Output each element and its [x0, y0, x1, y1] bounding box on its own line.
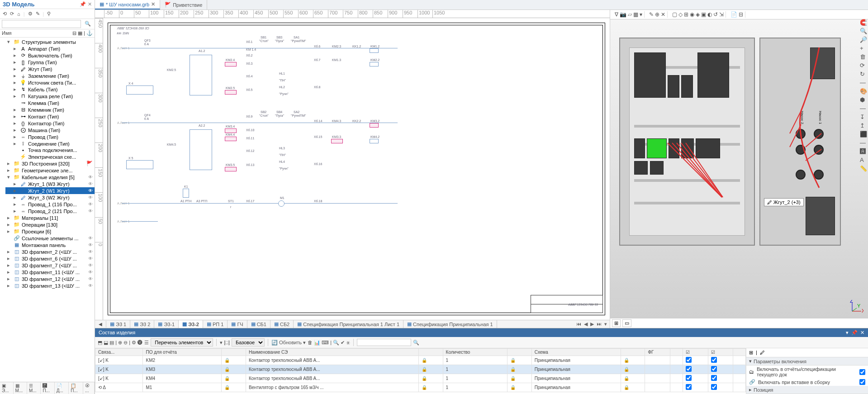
panel-control-icon[interactable]: ✕ [860, 330, 864, 336]
toolbar-button[interactable]: ⚙ [132, 340, 138, 345]
3d-side-button[interactable]: ⬢ [860, 96, 867, 103]
tree-twisty[interactable]: ▸ [7, 161, 12, 166]
tree-twisty[interactable]: ▸ [7, 222, 12, 228]
3d-side-button[interactable]: ⬛ [860, 131, 867, 138]
search-icon[interactable]: 🔍 [413, 340, 419, 346]
sheet-nav-button[interactable]: ◀ [583, 321, 588, 327]
panel-tab[interactable]: 🅿 П... [41, 382, 54, 394]
row-checkbox[interactable] [711, 366, 717, 372]
3d-side-button[interactable]: Α [860, 157, 867, 163]
3d-tool-button[interactable]: ∇ [615, 11, 618, 18]
sheet-tab[interactable]: ▦Спецификация Принципиальная 1 [403, 320, 497, 328]
visibility-icon[interactable]: 👁 [88, 242, 93, 247]
viewport-layout-button[interactable]: ⊞ [612, 319, 621, 327]
toolbar-button[interactable]: ▤ [109, 340, 115, 345]
column-header[interactable]: ФГ [645, 349, 670, 356]
tree-item[interactable]: ▸↯Кабель (Тип) [5, 86, 95, 93]
toolbar-button[interactable]: ⊖ [123, 340, 129, 345]
sheet-tab[interactable]: ▦Э3-1 [154, 320, 179, 328]
list-type-select[interactable]: Перечень элементов [151, 338, 213, 347]
3d-side-button[interactable]: — [860, 79, 867, 86]
toolbar-button[interactable]: ✎ [35, 10, 41, 18]
panel-control-icon[interactable]: 📌 [851, 330, 858, 336]
toolbar-button[interactable]: ⌨ [320, 340, 329, 345]
search-icon[interactable]: 🔍 [83, 20, 93, 28]
3d-side-button[interactable]: + [860, 45, 867, 52]
tree-item[interactable]: ▸[]Группа (Тип) [5, 59, 95, 66]
close-icon[interactable]: ✕ [88, 1, 92, 7]
panel-tab[interactable]: 📄 Д... [55, 382, 69, 394]
tree-item[interactable]: ▸⊓Катушка реле (Тип) [5, 93, 95, 100]
tree-twisty[interactable]: ▸ [14, 201, 18, 207]
3d-tool-button[interactable]: ◐ [707, 11, 712, 18]
tree-item[interactable]: ▸◫3D фрагмент_11 (<ШУ ...👁 [5, 269, 95, 275]
3d-side-button[interactable]: 🔎 [860, 36, 867, 43]
visibility-icon[interactable]: 👁 [88, 195, 93, 200]
sheet-tab[interactable]: ▦ГЧ [228, 320, 247, 328]
3d-side-button[interactable]: — [860, 139, 867, 146]
column-header[interactable]: Наименование СЭ [246, 349, 418, 356]
table-row[interactable]: [↙] KKM2🔒Контактор трехполюсный ABB A...… [95, 356, 746, 365]
composition-table[interactable]: Связа...ПО для отчётаНаименование СЭКоли… [95, 348, 746, 394]
table-row[interactable]: ⟲ ΔM1🔒Вентилятор с фильтром 165 м3/ч ...… [95, 383, 746, 392]
3d-tool-button[interactable]: ▱ [628, 11, 632, 18]
sheet-nav-prev[interactable]: ◀ [95, 321, 106, 328]
tree-item[interactable]: ▸📁3D Построения [320]🚩 [5, 160, 95, 167]
file-tab[interactable]: 🚩Приветствие [160, 0, 207, 9]
column-header[interactable]: ☑ [708, 349, 733, 356]
props-toolbar-button[interactable]: 🖉 [760, 350, 765, 356]
tree-twisty[interactable]: ▸ [14, 86, 18, 92]
column-header[interactable] [670, 349, 683, 356]
column-header[interactable]: ПО для отчёта [143, 349, 222, 356]
panel-tab[interactable]: ☰ М... [27, 382, 41, 394]
column-header[interactable]: Схема [531, 349, 621, 356]
toolbar-button[interactable]: ⚹ [345, 340, 350, 345]
tree-item[interactable]: ▸⨀Машина (Тип) [5, 127, 95, 133]
3d-tool-button[interactable]: ▦ [633, 11, 638, 18]
sheet-tab[interactable]: ▦Э3 1 [106, 320, 130, 328]
3d-side-button[interactable]: ↧ [860, 114, 867, 120]
column-header[interactable] [621, 349, 645, 356]
visibility-icon[interactable]: 👁 [88, 188, 93, 193]
visibility-icon[interactable]: 👁 [88, 202, 93, 207]
toolbar-button[interactable]: ⊕ [118, 340, 123, 345]
tree-twisty[interactable]: ▸ [14, 120, 18, 126]
3d-side-button[interactable]: 🎨 [860, 88, 867, 95]
column-header[interactable]: Количество [443, 349, 508, 356]
3d-tool-button[interactable]: ⊟ [739, 11, 743, 18]
tree-twisty[interactable]: ▸ [14, 181, 18, 187]
visibility-icon[interactable]: 👁 [88, 236, 93, 241]
tree-item[interactable]: 🔗Ссылочные элементы ...👁 [5, 235, 95, 242]
3d-tool-button[interactable]: ↺ [713, 11, 718, 18]
tree-twisty[interactable]: ▸ [7, 167, 12, 173]
tree-item[interactable]: ▸📁Геометрические эле... [5, 167, 95, 174]
tree-item[interactable]: ▦Монтажная панель👁 [5, 242, 95, 248]
col-options-icon[interactable]: ⊟ ▦ | ⚓ [72, 30, 93, 36]
tree-twisty[interactable]: ▸ [7, 283, 12, 289]
3d-side-button[interactable]: 🔍 [860, 28, 867, 34]
toolbar-button[interactable]: ⚙ [27, 10, 33, 18]
tree-item[interactable]: ▸◫3D фрагмент_12 (<ШУ ...👁 [5, 275, 95, 282]
tree-twisty[interactable]: ▸ [14, 195, 18, 200]
tree-item[interactable]: ▸📁Операции [130] [5, 221, 95, 228]
property-checkbox[interactable] [859, 369, 865, 375]
schematic-canvas[interactable]: CE 692 9SHCZ1 J8BV NKE जज QF3 6 A А.Лист… [103, 18, 610, 320]
3d-tool-button[interactable]: ▣ [701, 11, 706, 18]
3d-side-button[interactable]: 📏 [860, 165, 867, 172]
3d-tool-button[interactable]: ⇲ [719, 11, 724, 18]
3d-side-button[interactable]: — [860, 105, 867, 112]
tree-twisty[interactable]: ▸ [14, 141, 18, 147]
tree-twisty[interactable]: ▸ [7, 276, 12, 282]
toolbar-button[interactable]: ⬓ [104, 340, 109, 345]
3d-tool-button[interactable]: ◈ [696, 11, 700, 18]
row-checkbox[interactable] [686, 357, 692, 363]
property-checkbox[interactable] [859, 379, 865, 385]
file-tab[interactable]: ▦* ШУ наносами.grb✕ [95, 0, 160, 9]
tree-twisty[interactable]: ▸ [14, 208, 18, 214]
tree-item[interactable]: ▸◫3D фрагмент_6 (<ШУ ...👁 [5, 255, 95, 262]
sheet-nav-button[interactable]: ⏮ [575, 321, 582, 327]
tree-twisty[interactable]: ▾ [7, 39, 12, 45]
sheet-nav-button[interactable]: ⏭ [596, 321, 602, 327]
column-header[interactable] [733, 349, 746, 356]
column-header[interactable]: Связа... [95, 349, 143, 356]
